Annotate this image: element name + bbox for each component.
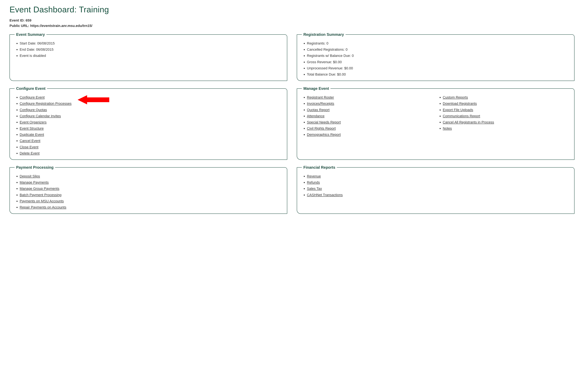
link-close-event[interactable]: Close Event <box>20 145 38 149</box>
link-revenue[interactable]: Revenue <box>307 174 321 178</box>
link-cancel-event[interactable]: Cancel Event <box>20 139 40 143</box>
list-item: Gross Revenue: $0.00 <box>307 59 569 65</box>
list-item: Special Needs Report <box>307 119 433 125</box>
panel-configure-event: Configure Event Configure Event Configur… <box>9 86 287 160</box>
event-id-row: Event ID: 659 <box>9 18 575 22</box>
link-sales-tax[interactable]: Sales Tax <box>307 186 322 190</box>
list-item: Manage Group Payments <box>20 186 282 192</box>
list-item: Repair Payments on Accounts <box>20 204 282 210</box>
panel-legend-event-summary: Event Summary <box>14 32 46 37</box>
list-item: Cancel Event <box>20 138 282 144</box>
list-item: Configure Event <box>20 94 282 100</box>
list-item: Notes <box>443 125 569 132</box>
list-item: Civil Rights Report <box>307 125 433 132</box>
list-item: Refunds <box>307 179 569 186</box>
link-repair-payments-accounts[interactable]: Repair Payments on Accounts <box>20 205 66 209</box>
link-invoices-receipts[interactable]: Invoices/Receipts <box>307 102 334 106</box>
link-notes[interactable]: Notes <box>443 126 452 130</box>
list-item: Event is disabled <box>20 52 282 59</box>
panel-registration-summary: Registration Summary Registrants: 0 Canc… <box>297 32 575 81</box>
manage-event-list-col2: Custom Reports Download Registrants Expo… <box>438 94 569 138</box>
panel-legend-manage-event: Manage Event <box>302 86 330 91</box>
panel-financial-reports: Financial Reports Revenue Refunds Sales … <box>297 165 575 214</box>
link-event-organizers[interactable]: Event Organizers <box>20 120 46 124</box>
list-item: Attendance <box>307 113 433 119</box>
list-item: Sales Tax <box>307 186 569 192</box>
list-item: Cancel All Registrants in Process <box>443 119 569 125</box>
link-quotas-report[interactable]: Quotas Report <box>307 108 330 112</box>
link-delete-event[interactable]: Delete Event <box>20 151 39 155</box>
link-communications-report[interactable]: Communications Report <box>443 114 480 118</box>
panel-payment-processing: Payment Processing Deposit Slips Manage … <box>9 165 287 214</box>
panel-manage-event: Manage Event Registrant Roster Invoices/… <box>297 86 575 160</box>
list-item: Revenue <box>307 173 569 179</box>
panel-legend-financial-reports: Financial Reports <box>302 165 337 170</box>
link-refunds[interactable]: Refunds <box>307 180 320 184</box>
list-item: Start Date: 06/08/2015 <box>20 40 282 46</box>
link-deposit-slips[interactable]: Deposit Slips <box>20 174 40 178</box>
link-attendance[interactable]: Attendance <box>307 114 324 118</box>
list-item: Configure Calendar Invites <box>20 113 282 119</box>
list-item: Download Registrants <box>443 100 569 106</box>
panel-legend-payment-processing: Payment Processing <box>14 165 55 170</box>
list-item: Custom Reports <box>443 94 569 100</box>
public-url-value: https://eventstrain.anr.msu.edu/trn15/ <box>30 24 92 28</box>
list-item: Configure Registration Processes <box>20 100 282 106</box>
link-payments-msu-accounts[interactable]: Payments on MSU Accounts <box>20 199 64 203</box>
payment-processing-list: Deposit Slips Manage Payments Manage Gro… <box>15 173 282 210</box>
link-cancel-all-registrants[interactable]: Cancel All Registrants in Process <box>443 120 494 124</box>
configure-event-list: Configure Event Configure Registration P… <box>15 94 282 156</box>
link-batch-payment-processing[interactable]: Batch Payment Processing <box>20 193 61 197</box>
list-item: Delete Event <box>20 150 282 156</box>
link-civil-rights-report[interactable]: Civil Rights Report <box>307 126 336 130</box>
panel-legend-configure-event: Configure Event <box>14 86 47 91</box>
link-registrant-roster[interactable]: Registrant Roster <box>307 95 334 99</box>
list-item: Payments on MSU Accounts <box>20 198 282 204</box>
link-configure-quotas[interactable]: Configure Quotas <box>20 108 47 112</box>
event-id-value: 659 <box>25 18 31 22</box>
list-item: Manage Payments <box>20 179 282 186</box>
list-item: Registrants: 0 <box>307 40 569 46</box>
link-special-needs-report[interactable]: Special Needs Report <box>307 120 341 124</box>
list-item: Unprocessed Revenue: $0.00 <box>307 65 569 71</box>
list-item: Batch Payment Processing <box>20 192 282 198</box>
list-item: Event Organizers <box>20 119 282 125</box>
link-duplicate-event[interactable]: Duplicate Event <box>20 132 44 136</box>
link-event-structure[interactable]: Event Structure <box>20 126 44 130</box>
list-item: Registrants w/ Balance Due: 0 <box>307 52 569 59</box>
link-manage-payments[interactable]: Manage Payments <box>20 180 49 184</box>
list-item: Invoices/Receipts <box>307 100 433 106</box>
manage-event-list-col1: Registrant Roster Invoices/Receipts Quot… <box>302 94 433 138</box>
list-item: Close Event <box>20 144 282 150</box>
panel-legend-registration-summary: Registration Summary <box>302 32 346 37</box>
public-url-label: Public URL: <box>9 24 29 28</box>
event-summary-list: Start Date: 06/08/2015 End Date: 06/08/2… <box>15 40 282 59</box>
registration-summary-list: Registrants: 0 Cancelled Registrations: … <box>302 40 569 78</box>
page-title: Event Dashboard: Training <box>9 5 575 14</box>
list-item: Quotas Report <box>307 107 433 113</box>
link-manage-group-payments[interactable]: Manage Group Payments <box>20 186 59 190</box>
link-download-registrants[interactable]: Download Registrants <box>443 102 477 106</box>
list-item: End Date: 06/08/2015 <box>20 46 282 52</box>
list-item: Cancelled Registrations: 0 <box>307 46 569 52</box>
link-cashnet-transactions[interactable]: CASHNet Transactions <box>307 193 343 197</box>
list-item: Communications Report <box>443 113 569 119</box>
list-item: Configure Quotas <box>20 107 282 113</box>
list-item: CASHNet Transactions <box>307 192 569 198</box>
link-configure-event[interactable]: Configure Event <box>20 95 45 99</box>
list-item: Duplicate Event <box>20 132 282 138</box>
event-id-label: Event ID: <box>9 18 24 22</box>
list-item: Event Structure <box>20 125 282 132</box>
link-custom-reports[interactable]: Custom Reports <box>443 95 468 99</box>
panels-grid: Event Summary Start Date: 06/08/2015 End… <box>9 31 575 214</box>
link-export-file-uploads[interactable]: Export File Uploads <box>443 108 473 112</box>
link-configure-registration-processes[interactable]: Configure Registration Processes <box>20 102 71 106</box>
list-item: Total Balance Due: $0.00 <box>307 71 569 78</box>
list-item: Deposit Slips <box>20 173 282 179</box>
financial-reports-list: Revenue Refunds Sales Tax CASHNet Transa… <box>302 173 569 198</box>
header-info: Event ID: 659 Public URL: https://events… <box>9 18 575 28</box>
link-demographics-report[interactable]: Demographics Report <box>307 132 341 136</box>
link-configure-calendar-invites[interactable]: Configure Calendar Invites <box>20 114 61 118</box>
list-item: Demographics Report <box>307 132 433 138</box>
list-item: Registrant Roster <box>307 94 433 100</box>
